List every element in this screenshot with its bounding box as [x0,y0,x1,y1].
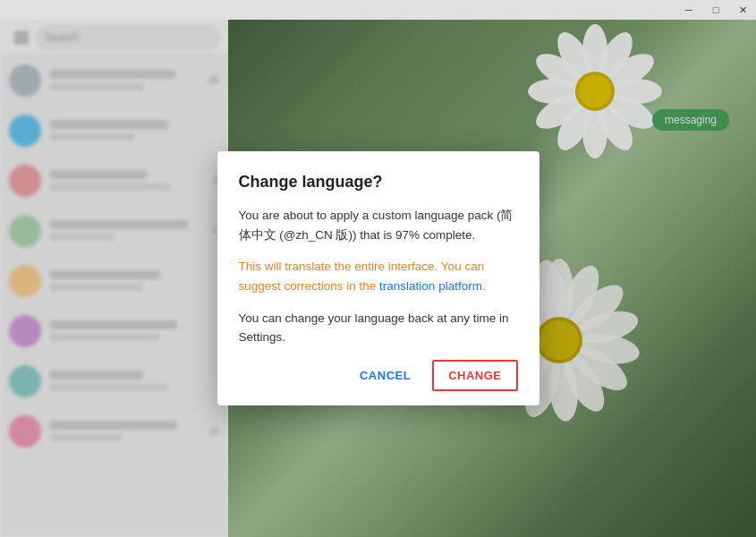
dialog-body: You are about to apply a custom language… [239,206,518,347]
dialog-paragraph-2: This will translate the entire interface… [239,257,518,295]
dialog-actions: CANCEL CHANGE [239,360,518,391]
change-button[interactable]: CHANGE [432,360,517,391]
close-button[interactable]: ✕ [729,0,756,20]
maximize-button[interactable]: □ [702,0,729,20]
titlebar: ─ □ ✕ [0,0,756,20]
translation-platform-link[interactable]: translation platform [379,279,482,293]
dialog-paragraph-1: You are about to apply a custom language… [239,206,518,244]
dialog-paragraph-2-end: . [482,279,486,293]
minimize-button[interactable]: ─ [675,0,702,20]
cancel-button[interactable]: CANCEL [345,360,425,391]
dialog-paragraph-3: You can change your language back at any… [239,309,518,347]
dialog-title: Change language? [239,173,518,192]
change-language-dialog: Change language? You are about to apply … [217,151,539,405]
dialog-wrapper: Change language? You are about to apply … [0,20,756,537]
